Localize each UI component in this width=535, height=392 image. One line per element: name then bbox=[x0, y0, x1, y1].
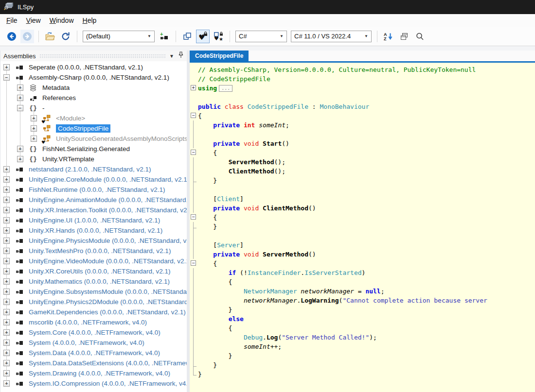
refresh-button[interactable] bbox=[59, 30, 72, 43]
copy-button[interactable] bbox=[180, 30, 194, 43]
tree-item[interactable]: +References bbox=[0, 93, 187, 103]
tab-codestrippedfile[interactable]: CodeStrippedFile bbox=[190, 51, 249, 61]
tree-expander[interactable]: + bbox=[3, 176, 10, 183]
tree-expander[interactable]: + bbox=[3, 380, 10, 387]
tree-expander[interactable]: + bbox=[3, 207, 10, 213]
tree-expander[interactable]: − bbox=[3, 74, 10, 81]
tree-item[interactable]: +Metadata bbox=[0, 83, 187, 93]
tree-item[interactable]: +UnityEngine.AnimationModule (0.0.0.0, .… bbox=[0, 195, 187, 205]
search-button[interactable] bbox=[413, 30, 427, 43]
tree-expander[interactable]: + bbox=[3, 289, 10, 295]
tree-item[interactable]: +♥UnitySourceGeneratedAssemblyMonoScript… bbox=[0, 134, 187, 144]
tree-expander[interactable]: + bbox=[17, 156, 23, 162]
tree-item-label: System.Data.DataSetExtensions (4.0.0.0, … bbox=[29, 359, 187, 367]
tree-expander[interactable]: + bbox=[3, 217, 10, 223]
code-text: } bbox=[198, 370, 202, 379]
tree-expander[interactable]: + bbox=[3, 238, 10, 244]
decompiled-code-view[interactable]: // Assembly-CSharp, Version=0.0.0.0, Cul… bbox=[190, 63, 535, 392]
language-version-select[interactable]: C# 11.0 / VS 2022.4 ▼ bbox=[291, 31, 372, 42]
tree-expander[interactable]: + bbox=[31, 125, 37, 132]
tree-item[interactable]: +UnityEngine.UI (1.0.0.0, .NETStandard, … bbox=[0, 215, 187, 225]
tree-expander[interactable]: + bbox=[3, 319, 10, 325]
tree-expander[interactable]: + bbox=[3, 309, 10, 315]
tree-item[interactable]: +Unity.TextMeshPro (0.0.0.0, .NETStandar… bbox=[0, 246, 187, 256]
tree-expander[interactable]: + bbox=[3, 370, 10, 376]
code-line: } bbox=[190, 360, 535, 370]
fold-toggle[interactable]: − bbox=[191, 214, 196, 220]
tree-expander[interactable]: + bbox=[17, 85, 23, 91]
tree-item[interactable]: −{}- bbox=[0, 103, 187, 113]
menu-window[interactable]: Window bbox=[45, 15, 78, 26]
tree-expander[interactable]: + bbox=[3, 64, 10, 70]
menu-help[interactable]: Help bbox=[78, 15, 101, 26]
tree-expander[interactable]: + bbox=[3, 329, 10, 336]
assemblies-tree[interactable]: +Seperate (0.0.0.0, .NETStandard, v2.1)−… bbox=[0, 61, 187, 392]
tree-item[interactable]: +System (4.0.0.0, .NETFramework, v4.0) bbox=[0, 338, 187, 348]
tree-item[interactable]: +Unity.Mathematics (0.0.0.0, .NETStandar… bbox=[0, 276, 187, 287]
tree-expander[interactable]: + bbox=[31, 136, 37, 142]
fold-margin bbox=[190, 287, 198, 296]
back-button[interactable] bbox=[5, 30, 18, 43]
fold-toggle[interactable]: − bbox=[191, 113, 196, 118]
panel-menu-chevron-icon[interactable]: ▼ bbox=[169, 53, 174, 59]
assembly-list-select[interactable]: (Default) ▼ bbox=[83, 31, 155, 42]
fold-toggle[interactable]: − bbox=[191, 260, 196, 266]
tree-expander[interactable]: + bbox=[17, 146, 23, 152]
tree-item[interactable]: +System.Data.DataSetExtensions (4.0.0.0,… bbox=[0, 358, 187, 368]
code-text: } bbox=[198, 222, 217, 231]
tree-item[interactable]: +System.Drawing (4.0.0.0, .NETFramework,… bbox=[0, 368, 187, 378]
forward-button[interactable] bbox=[20, 30, 34, 43]
tree-item[interactable]: −Assembly-CSharp (0.0.0.0, .NETStandard,… bbox=[0, 72, 187, 83]
tree-item[interactable]: +System.Core (4.0.0.0, .NETFramework, v4… bbox=[0, 327, 187, 338]
tree-expander[interactable]: + bbox=[3, 166, 10, 172]
tree-expander[interactable]: + bbox=[3, 350, 10, 356]
show-internal-api-toggle[interactable]: ♥ bbox=[196, 30, 210, 43]
tree-expander[interactable]: + bbox=[31, 115, 37, 121]
collapse-treeview-button[interactable] bbox=[397, 30, 411, 43]
tree-expander[interactable]: + bbox=[3, 197, 10, 203]
tree-expander[interactable]: + bbox=[3, 248, 10, 254]
tree-item[interactable]: +{}FishNet.Serializing.Generated bbox=[0, 144, 187, 154]
tree-item[interactable]: +System.IO.Compression (4.0.0.0, .NETFra… bbox=[0, 378, 187, 389]
tree-item[interactable]: +Seperate (0.0.0.0, .NETStandard, v2.1) bbox=[0, 62, 187, 72]
tree-item[interactable]: +{}Unity.VRTemplate bbox=[0, 154, 187, 164]
tree-expander[interactable]: + bbox=[3, 360, 10, 366]
tree-expander[interactable]: + bbox=[3, 268, 10, 274]
tree-expander[interactable]: + bbox=[3, 278, 10, 285]
tree-item[interactable]: +UnityEngine.CoreModule (0.0.0.0, .NETSt… bbox=[0, 174, 187, 185]
tree-expander[interactable]: − bbox=[17, 105, 23, 111]
tree-item[interactable]: +Unity.XR.Hands (0.0.0.0, .NETStandard, … bbox=[0, 225, 187, 236]
panel-grip[interactable] bbox=[39, 54, 165, 58]
tree-item[interactable]: +UnityEngine.Physics2DModule (0.0.0.0, .… bbox=[0, 297, 187, 307]
tree-expander[interactable]: + bbox=[3, 187, 10, 193]
tree-item[interactable]: +Unity.XR.Interaction.Toolkit (0.0.0.0, … bbox=[0, 205, 187, 215]
fold-toggle[interactable]: − bbox=[191, 150, 196, 155]
tree-expander[interactable]: + bbox=[3, 258, 10, 264]
code-line: if (!InstanceFinder.IsServerStarted) bbox=[190, 268, 535, 277]
language-select[interactable]: C# ▼ bbox=[235, 31, 287, 42]
tree-item[interactable]: +CodeStrippedFile bbox=[0, 123, 187, 134]
tree-item[interactable]: +Unity.XR.CoreUtils (0.0.0.0, .NETStanda… bbox=[0, 266, 187, 276]
tree-item[interactable]: +netstandard (2.1.0.0, .NETStandard, v2.… bbox=[0, 164, 187, 174]
tree-expander[interactable]: + bbox=[3, 227, 10, 234]
add-assembly-list-button[interactable]: + bbox=[158, 30, 171, 43]
tree-expander[interactable]: + bbox=[3, 299, 10, 305]
tree-item[interactable]: +FishNet.Runtime (0.0.0.0, .NETStandard,… bbox=[0, 185, 187, 195]
open-file-button[interactable] bbox=[43, 30, 57, 43]
show-all-api-toggle[interactable]: ♥ ★ bbox=[212, 30, 225, 43]
pin-icon[interactable] bbox=[178, 51, 184, 60]
menu-file[interactable]: File bbox=[2, 15, 22, 26]
tree-expander[interactable]: + bbox=[3, 340, 10, 346]
collapsed-region[interactable]: ... bbox=[219, 85, 232, 92]
tree-item[interactable]: +♥<Module> bbox=[0, 113, 187, 123]
sort-assemblies-button[interactable]: AZ bbox=[382, 30, 395, 43]
fold-toggle[interactable]: + bbox=[191, 85, 196, 90]
tree-item[interactable]: +mscorlib (4.0.0.0, .NETFramework, v4.0) bbox=[0, 317, 187, 327]
tree-expander[interactable]: + bbox=[17, 95, 23, 101]
tree-item[interactable]: +GameKit.Dependencies (0.0.0.0, .NETStan… bbox=[0, 307, 187, 317]
tree-item[interactable]: +UnityEngine.VideoModule (0.0.0.0, .NETS… bbox=[0, 256, 187, 266]
tree-item[interactable]: +UnityEngine.PhysicsModule (0.0.0.0, .NE… bbox=[0, 236, 187, 246]
menu-view[interactable]: View bbox=[22, 15, 45, 26]
tree-item[interactable]: +UnityEngine.SubsystemsModule (0.0.0.0, … bbox=[0, 287, 187, 297]
tree-item[interactable]: +System.Data (4.0.0.0, .NETFramework, v4… bbox=[0, 348, 187, 358]
